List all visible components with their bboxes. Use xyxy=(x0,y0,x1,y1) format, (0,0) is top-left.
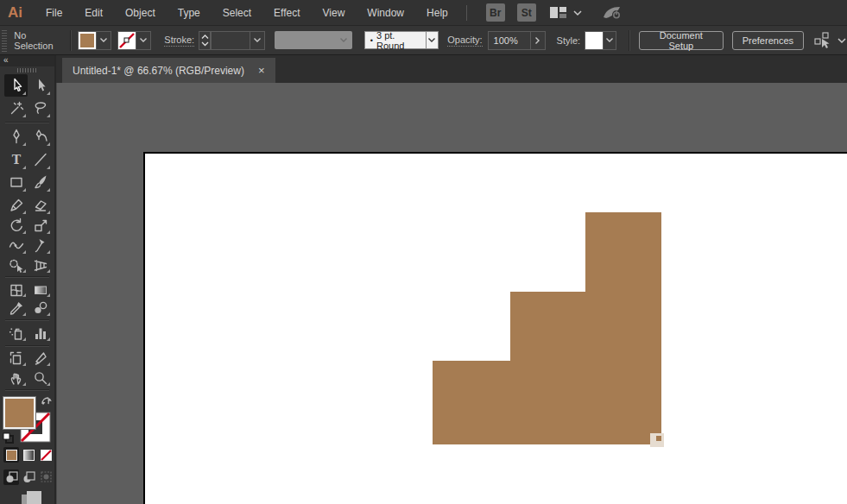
workspace-switcher-button[interactable] xyxy=(550,7,583,19)
puppet-warp-tool[interactable] xyxy=(28,236,52,255)
menu-view[interactable]: View xyxy=(312,0,357,26)
zoom-tool[interactable] xyxy=(28,368,52,387)
style-swatch[interactable] xyxy=(585,32,603,49)
perspective-grid-tool[interactable] xyxy=(28,255,52,274)
magic-wand-tool[interactable] xyxy=(4,97,28,119)
scale-icon xyxy=(32,217,49,233)
variable-width-profile-value: 3 pt. Round xyxy=(373,30,426,51)
bridge-button[interactable]: Br xyxy=(486,3,505,22)
width-tool[interactable] xyxy=(4,236,28,255)
eraser-tool[interactable] xyxy=(28,193,52,215)
menu-help[interactable]: Help xyxy=(415,0,459,26)
rectangle-tool[interactable] xyxy=(4,171,28,193)
eyedropper-icon xyxy=(8,300,25,316)
paint-mode-buttons xyxy=(0,447,54,463)
stroke-color-widget[interactable] xyxy=(117,31,151,50)
pen-tool[interactable] xyxy=(4,125,28,148)
variable-width-profile-widget[interactable]: • 3 pt. Round xyxy=(364,31,439,49)
chevron-up-icon[interactable] xyxy=(201,35,209,40)
hand-tool[interactable] xyxy=(4,368,28,387)
curvature-tool[interactable] xyxy=(28,125,52,148)
close-tab-icon[interactable]: × xyxy=(258,65,265,76)
draw-normal-icon xyxy=(5,471,18,483)
style-dropdown[interactable] xyxy=(603,32,616,49)
fill-color-swatch[interactable] xyxy=(79,32,96,49)
opacity-panel-link[interactable]: Opacity: xyxy=(447,35,482,47)
fill-color-widget[interactable] xyxy=(78,31,111,50)
toolbar-grip[interactable] xyxy=(0,66,54,74)
menu-edit[interactable]: Edit xyxy=(73,0,114,26)
shaper-tool[interactable] xyxy=(4,193,28,215)
control-bar-grip[interactable] xyxy=(2,29,7,52)
fill-color-dropdown[interactable] xyxy=(96,32,111,49)
toolbar-collapse-button[interactable]: « xyxy=(0,55,54,66)
menu-window[interactable]: Window xyxy=(356,0,415,26)
menu-file[interactable]: File xyxy=(35,0,73,26)
slice-tool[interactable] xyxy=(28,349,52,368)
direct-selection-tool[interactable] xyxy=(28,74,52,97)
preferences-button[interactable]: Preferences xyxy=(732,31,804,50)
artboard-tool[interactable] xyxy=(4,349,28,368)
paintbrush-tool[interactable] xyxy=(28,171,52,193)
divider xyxy=(629,30,630,51)
rotate-icon xyxy=(8,217,25,233)
chevron-down-icon[interactable] xyxy=(201,41,209,47)
draw-behind-button[interactable] xyxy=(21,469,36,485)
column-graph-icon xyxy=(32,325,49,341)
shape-builder-tool[interactable] xyxy=(4,255,28,274)
blend-tool[interactable] xyxy=(28,299,52,317)
screen-mode-button[interactable] xyxy=(0,488,54,504)
color-mode-button[interactable] xyxy=(3,447,19,463)
draw-normal-button[interactable] xyxy=(3,469,19,485)
select-similar-button[interactable] xyxy=(814,32,847,49)
line-segment-tool[interactable] xyxy=(28,148,52,170)
none-mode-button[interactable] xyxy=(38,447,54,463)
variable-width-profile-dropdown[interactable] xyxy=(427,31,439,49)
rotate-tool[interactable] xyxy=(4,216,28,236)
draw-inside-button xyxy=(39,469,54,485)
fill-swatch[interactable] xyxy=(3,397,35,429)
step-rect-tall[interactable] xyxy=(585,212,661,444)
gpu-rocket-icon xyxy=(602,4,624,22)
type-tool[interactable]: T xyxy=(4,148,28,170)
menu-bar: Ai File Edit Object Type Select Effect V… xyxy=(0,0,847,26)
draw-behind-icon xyxy=(22,471,35,483)
mesh-tool[interactable] xyxy=(4,280,28,299)
opacity-field[interactable]: 100% xyxy=(488,31,546,50)
corner-widget-inner[interactable] xyxy=(656,436,661,441)
stroke-weight-stepper[interactable] xyxy=(199,31,211,50)
stroke-color-swatch[interactable] xyxy=(118,32,136,49)
selection-tool-icon xyxy=(8,78,25,93)
lasso-tool[interactable] xyxy=(28,97,52,119)
puppet-warp-pin-icon xyxy=(32,237,49,253)
gpu-performance-button[interactable] xyxy=(602,4,624,22)
gradient-tool[interactable] xyxy=(28,280,52,299)
menu-object[interactable]: Object xyxy=(114,0,167,26)
scale-tool[interactable] xyxy=(28,216,52,236)
artwork-layer xyxy=(57,83,847,504)
gradient-mode-button[interactable] xyxy=(21,447,36,463)
opacity-dropdown[interactable] xyxy=(530,32,545,49)
stroke-weight-field[interactable] xyxy=(211,31,265,50)
menu-select[interactable]: Select xyxy=(212,0,262,26)
variable-width-profile-field[interactable]: • 3 pt. Round xyxy=(364,31,427,49)
menu-effect[interactable]: Effect xyxy=(262,0,311,26)
symbol-sprayer-tool[interactable] xyxy=(4,324,28,343)
stroke-weight-dropdown[interactable] xyxy=(250,32,264,49)
hand-icon xyxy=(8,370,25,386)
column-graph-tool[interactable] xyxy=(28,324,52,343)
stroke-color-dropdown[interactable] xyxy=(136,32,150,49)
document-tab[interactable]: Untitled-1* @ 66.67% (RGB/Preview) × xyxy=(62,58,275,83)
eyedropper-tool[interactable] xyxy=(4,299,28,317)
app-logo: Ai xyxy=(8,4,22,22)
canvas-pasteboard[interactable] xyxy=(56,83,847,504)
stock-button[interactable]: St xyxy=(517,3,536,22)
default-fill-stroke-icon[interactable] xyxy=(3,432,14,444)
svg-text:T: T xyxy=(11,153,21,167)
menu-type[interactable]: Type xyxy=(167,0,212,26)
style-widget[interactable] xyxy=(585,31,616,50)
stroke-panel-link[interactable]: Stroke: xyxy=(164,35,194,47)
swap-fill-stroke-icon[interactable] xyxy=(41,396,52,406)
document-setup-button[interactable]: Document Setup xyxy=(639,31,724,50)
selection-tool[interactable] xyxy=(4,74,28,97)
